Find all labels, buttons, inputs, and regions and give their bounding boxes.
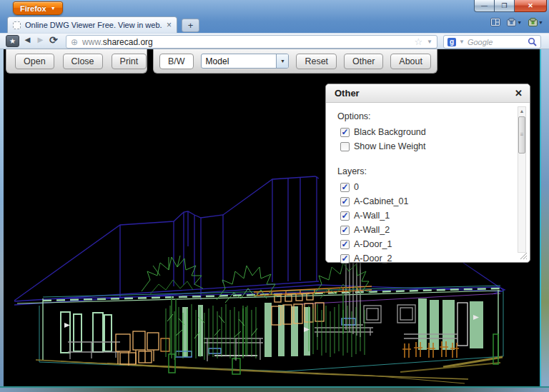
layer-row: ✓ A-Wall_2 [340, 223, 511, 237]
close-icon: ✕ [528, 2, 533, 9]
firefox-menu-label: Firefox [20, 4, 46, 13]
window-controls: — ❐ ✕ [474, 0, 547, 12]
layer-label: A-Cabinet_01 [354, 196, 408, 206]
layer-checkbox-wall2[interactable]: ✓ [340, 226, 350, 235]
url-dropdown-icon[interactable]: ▼ [427, 39, 432, 45]
favicon-placeholder-icon [13, 21, 21, 29]
star-icon: ★ [9, 37, 16, 45]
minimize-button[interactable]: — [474, 0, 495, 12]
search-engine-dropdown-icon[interactable]: ▼ [459, 39, 465, 45]
layer-label: A-Wall_2 [354, 225, 390, 235]
browser-window: Firefox ▼ — ❐ ✕ ▼ ▼ Online DWG Viewer [0, 0, 549, 392]
url-domain: sharecad.org [103, 37, 153, 47]
url-text[interactable]: www.sharecad.org [82, 37, 410, 47]
layer-row: ✓ A-Door_1 [340, 237, 511, 251]
options-label: Options: [337, 111, 511, 121]
chevron-down-icon: ▼ [280, 59, 285, 64]
resize-grip-icon[interactable] [519, 251, 528, 260]
layer-checkbox-0[interactable]: ✓ [340, 183, 350, 192]
plus-icon: + [188, 20, 194, 31]
url-bar[interactable]: ⊕ www.sharecad.org ☆ ▼ [66, 35, 437, 49]
grip-icon: ≡ [520, 131, 524, 138]
dialog-title: Other [335, 88, 515, 99]
black-background-checkbox[interactable]: ✓ [340, 128, 350, 137]
close-file-button[interactable]: Close [63, 54, 103, 69]
layer-label: 0 [354, 182, 359, 192]
dialog-header[interactable]: Other ✕ [326, 84, 530, 103]
layer-checkbox-wall1[interactable]: ✓ [340, 211, 350, 221]
layer-row: ✓ 0 [340, 180, 511, 194]
dialog-body: Options: ✓ Black Background Show Line We… [326, 103, 530, 266]
layer-label: A-Door_1 [354, 239, 392, 249]
search-engine-icon[interactable]: g [447, 38, 456, 46]
dialog-scrollbar[interactable]: ▲ ≡ [518, 106, 526, 253]
back-button[interactable]: ◄ [23, 34, 32, 45]
new-tab-button[interactable]: + [182, 19, 199, 32]
titlebar[interactable]: Firefox ▼ — ❐ ✕ ▼ ▼ [0, 0, 549, 16]
tab-strip: Online DWG Viewer Free. View in web... ×… [0, 16, 549, 33]
chevron-down-icon: ▼ [51, 6, 56, 11]
maximize-icon: ❐ [501, 2, 507, 9]
minimize-icon: — [481, 2, 488, 9]
layer-row: ✓ A-Cabinet_01 [340, 194, 511, 208]
search-icon[interactable] [528, 37, 537, 46]
option-row-line-weight: Show Line Weight [340, 139, 511, 154]
open-button[interactable]: Open [15, 54, 54, 69]
print-button[interactable]: Print [112, 54, 147, 69]
search-box[interactable]: g ▼ Google [443, 35, 541, 49]
bookmarks-sidebar-button[interactable]: ★ [6, 35, 19, 47]
reset-button[interactable]: Reset [296, 54, 337, 69]
scrollbar-thumb[interactable]: ≡ [518, 116, 525, 154]
site-globe-icon: ⊕ [71, 38, 78, 46]
layer-label: A-Door_2 [354, 253, 392, 263]
layer-label: A-Wall_1 [354, 211, 390, 221]
about-button[interactable]: About [390, 54, 431, 69]
layer-row: ✓ A-Wall_1 [340, 208, 511, 223]
other-dialog: Other ✕ Options: ✓ Black Background Show… [325, 84, 530, 263]
tab-active[interactable]: Online DWG Viewer Free. View in web... × [7, 16, 177, 33]
window-border-left [0, 49, 4, 386]
option-label: Show Line Weight [354, 141, 426, 151]
maximize-button[interactable]: ❐ [495, 0, 515, 12]
back-arrow-icon: ◄ [23, 34, 32, 45]
option-label: Black Background [354, 127, 426, 137]
forward-button[interactable]: ► [36, 34, 45, 45]
layers-label: Layers: [337, 166, 511, 176]
layer-checkbox-cabinet[interactable]: ✓ [340, 197, 350, 206]
show-line-weight-checkbox[interactable] [340, 142, 350, 151]
toolbar-file-group: Open Close Print [6, 49, 147, 74]
search-placeholder: Google [468, 38, 525, 46]
scroll-up-icon[interactable]: ▲ [518, 107, 525, 116]
select-dropdown-button[interactable]: ▼ [276, 54, 288, 68]
tab-close-icon[interactable]: × [167, 21, 172, 29]
layout-select-value: Model [202, 56, 277, 66]
layer-checkbox-door1[interactable]: ✓ [340, 240, 350, 249]
firefox-menu-button[interactable]: Firefox ▼ [13, 1, 63, 15]
reload-button[interactable]: ⟳ [49, 34, 58, 46]
option-row-black-background: ✓ Black Background [340, 125, 511, 139]
layout-select[interactable]: Model ▼ [201, 54, 290, 69]
tab-title: Online DWG Viewer Free. View in web... [25, 21, 162, 29]
reload-icon: ⟳ [49, 34, 58, 46]
toolbar-view-group: B/W Model ▼ Reset Other About [153, 49, 437, 74]
window-border-right [540, 49, 549, 386]
layer-checkbox-door2[interactable]: ✓ [340, 254, 350, 263]
bookmark-star-icon[interactable]: ☆ [414, 36, 422, 47]
navigation-bar: ★ ◄ ► ⟳ ⊕ www.sharecad.org ☆ ▼ g ▼ Googl… [0, 33, 549, 49]
window-border-bottom [0, 386, 549, 392]
close-button[interactable]: ✕ [515, 0, 547, 12]
layer-row: ✓ A-Door_2 [340, 251, 511, 266]
bw-toggle-button[interactable]: B/W [159, 54, 194, 69]
url-prefix: www. [82, 37, 103, 47]
forward-arrow-icon: ► [36, 34, 45, 45]
dialog-close-icon[interactable]: ✕ [515, 88, 523, 99]
other-button[interactable]: Other [344, 54, 383, 69]
